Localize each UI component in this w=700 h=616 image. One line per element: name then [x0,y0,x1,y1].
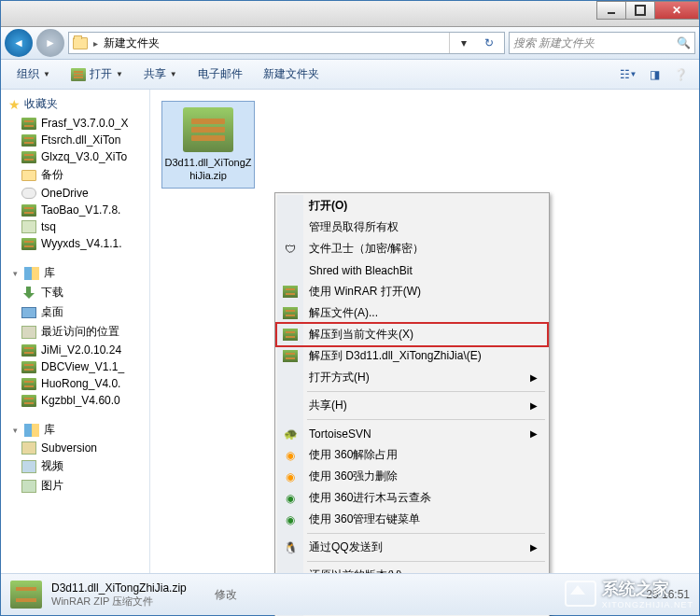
submenu-arrow-icon: ▶ [530,400,538,411]
navigation-sidebar: ★收藏夹 Frasf_V3.7.0.0_X Ftsrch.dll_XiTon G… [1,90,150,584]
refresh-button[interactable]: ↻ [478,32,500,54]
watermark-sub: XITONGZHIJIA.NET [602,600,693,609]
view-options-button[interactable]: ☷ ▼ [617,63,639,86]
ctx-open[interactable]: 打开(O) [277,195,547,217]
sidebar-item[interactable]: Kgzbbl_V4.60.0 [1,392,149,409]
sidebar-item[interactable]: TaoBao_V1.7.8. [1,202,149,218]
submenu-arrow-icon: ▶ [530,372,538,383]
search-input[interactable]: 搜索 新建文件夹 🔍 [509,32,695,54]
winrar-icon [21,151,36,163]
back-button[interactable]: ◄ [5,29,33,57]
status-modified-label: 修改 [215,587,237,603]
ctx-extract-here[interactable]: 解压到当前文件夹(X) [277,324,547,345]
sidebar-downloads[interactable]: 下载 [1,283,149,302]
winrar-icon [21,378,36,390]
sidebar-item[interactable]: DBCView_V1.1_ [1,358,149,375]
ctx-share[interactable]: 共享(H)▶ [277,395,547,416]
ctx-extract-files[interactable]: 解压文件(A)... [277,302,547,324]
winrar-archive-icon [183,107,233,152]
expand-icon: ▾ [10,269,20,278]
sidebar-item[interactable]: JiMi_V2.0.10.24 [1,342,149,358]
winrar-icon [21,395,36,407]
ctx-open-with[interactable]: 打开方式(H)▶ [277,367,547,388]
360-icon: ◉ [283,469,298,484]
onedrive-icon [21,188,36,199]
expand-icon: ▾ [10,426,20,435]
address-dropdown[interactable]: ▾ [455,36,472,49]
360-icon: ◉ [283,512,298,527]
shield-icon: 🛡 [283,242,298,257]
winrar-icon [283,350,298,362]
library-icon [24,424,39,437]
app-icon [21,220,36,233]
sidebar-desktop[interactable]: 桌面 [1,302,149,322]
library-header[interactable]: ▾库 [1,263,149,283]
file-item-selected[interactable]: D3d11.dll_XiTongZhiJia.zip [161,101,255,189]
submenu-arrow-icon: ▶ [530,542,538,553]
sidebar-item[interactable]: Glxzq_V3.0_XiTo [1,148,149,165]
watermark-logo-icon [565,581,596,607]
winrar-icon [21,361,36,373]
status-filename: D3d11.dll_XiTongZhiJia.zip [51,581,187,595]
watermark-text: 系统之家 [602,580,669,598]
ctx-360-menu[interactable]: ◉使用 360管理右键菜单 [277,509,547,530]
svn-icon [21,441,36,455]
toolbar: 组织▼ 打开▼ 共享▼ 电子邮件 新建文件夹 ☷ ▼ ◨ ❔ [1,60,699,90]
ctx-winrar-open[interactable]: 使用 WinRAR 打开(W) [277,281,547,302]
ctx-fileguard[interactable]: 🛡文件卫士（加密/解密） [277,238,547,259]
sidebar-item[interactable]: Ftsrch.dll_XiTon [1,132,149,148]
new-folder-button[interactable]: 新建文件夹 [255,63,328,86]
pictures-icon [21,480,36,493]
organize-button[interactable]: 组织▼ [8,63,59,86]
tortoise-icon: 🐢 [283,427,298,441]
title-bar [1,1,699,27]
folder-icon [73,37,88,49]
open-button[interactable]: 打开▼ [63,63,132,86]
sidebar-videos[interactable]: 视频 [1,456,149,476]
sidebar-item[interactable]: Wyyxds_V4.1.1. [1,235,149,252]
navigation-bar: ◄ ► ▸ 新建文件夹 ▾ ↻ 搜索 新建文件夹 🔍 [1,27,699,60]
email-button[interactable]: 电子邮件 [189,63,251,86]
winrar-icon [21,204,36,217]
address-bar[interactable]: ▸ 新建文件夹 ▾ ↻ [68,32,505,54]
sidebar-item[interactable]: Frasf_V3.7.0.0_X [1,115,149,132]
folder-icon [21,170,36,181]
download-icon [21,287,36,300]
ctx-admin-own[interactable]: 管理员取得所有权 [277,217,547,238]
winrar-icon [71,68,86,81]
library-group[interactable]: ▾库 [1,420,149,440]
context-menu: 打开(O) 管理员取得所有权 🛡文件卫士（加密/解密） Shred with B… [274,192,550,616]
sidebar-item[interactable]: OneDrive [1,185,149,202]
sidebar-item[interactable]: tsq [1,218,149,235]
help-button[interactable]: ❔ [669,63,692,86]
ctx-360-trojan[interactable]: ◉使用 360进行木马云查杀 [277,487,547,509]
close-button[interactable] [654,1,699,20]
maximize-button[interactable] [625,1,655,20]
chevron-right-icon: ▸ [93,38,98,49]
ctx-360-forcedelete[interactable]: ◉使用 360强力删除 [277,466,547,487]
favorites-header[interactable]: ★收藏夹 [1,93,149,115]
ctx-extract-to[interactable]: 解压到 D3d11.dll_XiTongZhiJia\(E) [277,345,547,367]
recent-icon [21,326,36,339]
watermark: 系统之家 XITONGZHIJIA.NET [565,578,693,609]
winrar-icon [21,344,36,357]
ctx-360-unlock[interactable]: ◉使用 360解除占用 [277,444,547,466]
sidebar-item[interactable]: HuoRong_V4.0. [1,375,149,392]
sidebar-recent[interactable]: 最近访问的位置 [1,322,149,342]
ctx-qq-send[interactable]: 🐧通过QQ发送到▶ [277,537,547,558]
forward-button[interactable]: ► [36,29,64,57]
sidebar-item[interactable]: 备份 [1,165,149,185]
desktop-icon [21,307,36,318]
ctx-tortoisesvn[interactable]: 🐢TortoiseSVN▶ [277,423,547,444]
360-icon: ◉ [283,491,298,506]
minimize-button[interactable] [596,1,626,20]
winrar-icon [21,134,36,147]
share-button[interactable]: 共享▼ [135,63,186,86]
status-filetype: WinRAR ZIP 压缩文件 [51,595,187,609]
preview-pane-button[interactable]: ◨ [643,63,665,86]
video-icon [21,460,36,473]
sidebar-pictures[interactable]: 图片 [1,476,149,496]
ctx-bleachbit[interactable]: Shred with BleachBit [277,259,547,281]
sidebar-subversion[interactable]: Subversion [1,440,149,456]
library-icon [24,267,39,280]
